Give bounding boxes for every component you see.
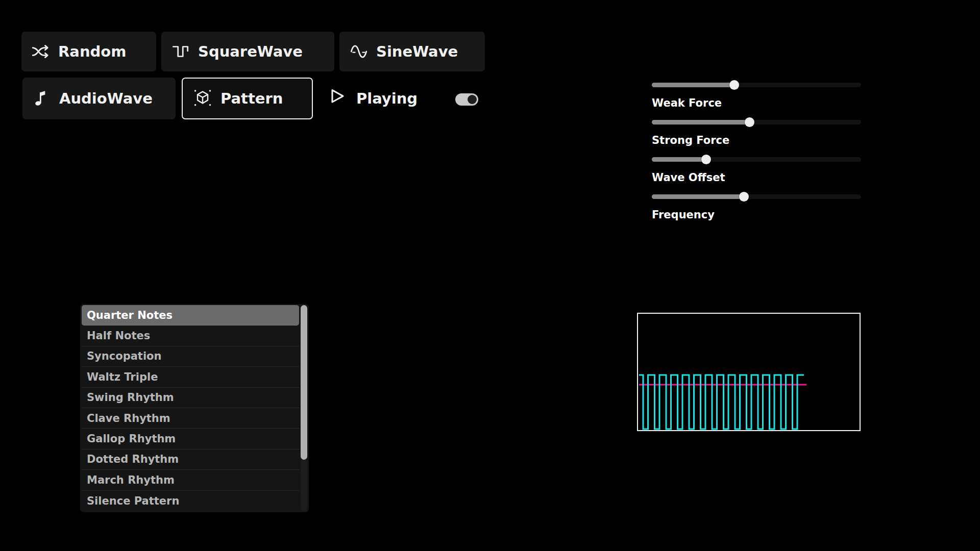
- pattern-list-items: Quarter Notes Half Notes Syncopation Wal…: [82, 305, 299, 511]
- random-button-label: Random: [58, 43, 126, 60]
- random-button[interactable]: Random: [21, 32, 156, 71]
- list-scrollbar-thumb[interactable]: [301, 305, 307, 460]
- shuffle-icon: [31, 42, 51, 61]
- square-wave-plot: [638, 314, 860, 430]
- weak-force-label: Weak Force: [652, 97, 722, 109]
- list-item-dotted-rhythm[interactable]: Dotted Rhythm: [82, 449, 299, 470]
- list-item-waltz-triple[interactable]: Waltz Triple: [82, 367, 299, 387]
- frequency-slider[interactable]: [652, 194, 861, 199]
- audiowave-button-label: AudioWave: [59, 90, 153, 107]
- waveform-display: [637, 313, 861, 431]
- wave-offset-slider-knob[interactable]: [701, 155, 711, 164]
- playing-indicator: Playing: [327, 87, 418, 110]
- playing-toggle[interactable]: [455, 93, 478, 106]
- wave-offset-slider-fill: [652, 157, 706, 162]
- playing-label: Playing: [356, 90, 418, 107]
- app-root: { "toolbar": { "row1": [ {"label": "Rand…: [0, 0, 980, 551]
- weak-force-slider-knob[interactable]: [729, 80, 739, 90]
- sinewave-button[interactable]: SineWave: [339, 32, 485, 71]
- frequency-slider-knob[interactable]: [739, 192, 749, 202]
- pattern-button-label: Pattern: [220, 90, 283, 107]
- pattern-list: Quarter Notes Half Notes Syncopation Wal…: [80, 304, 309, 512]
- list-item-swing-rhythm[interactable]: Swing Rhythm: [82, 388, 299, 408]
- cube-icon: [192, 88, 213, 109]
- squarewave-button[interactable]: SquareWave: [161, 32, 334, 71]
- list-item-gallop-rhythm[interactable]: Gallop Rhythm: [82, 429, 299, 449]
- playing-toggle-knob: [468, 95, 477, 104]
- sine-wave-icon: [349, 42, 369, 61]
- play-icon: [327, 87, 348, 111]
- audiowave-button[interactable]: AudioWave: [22, 78, 176, 119]
- sinewave-button-label: SineWave: [376, 43, 458, 60]
- strong-force-label: Strong Force: [652, 134, 729, 146]
- strong-force-slider[interactable]: [652, 120, 861, 124]
- list-item-half-notes[interactable]: Half Notes: [82, 325, 299, 346]
- weak-force-slider-fill: [652, 83, 734, 87]
- weak-force-slider[interactable]: [652, 83, 861, 87]
- wave-offset-slider[interactable]: [652, 157, 861, 162]
- wave-offset-label: Wave Offset: [652, 171, 725, 184]
- square-wave-icon: [171, 42, 190, 61]
- strong-force-slider-knob[interactable]: [745, 117, 754, 127]
- list-item-syncopation[interactable]: Syncopation: [82, 346, 299, 367]
- squarewave-button-label: SquareWave: [198, 43, 303, 60]
- frequency-label: Frequency: [652, 209, 715, 221]
- frequency-slider-fill: [652, 194, 744, 199]
- list-item-march-rhythm[interactable]: March Rhythm: [82, 470, 299, 490]
- list-item-clave-rhythm[interactable]: Clave Rhythm: [82, 408, 299, 429]
- pattern-button[interactable]: Pattern: [182, 78, 313, 119]
- list-item-quarter-notes[interactable]: Quarter Notes: [82, 305, 299, 325]
- music-note-icon: [32, 89, 52, 108]
- list-scrollbar[interactable]: [301, 305, 307, 511]
- strong-force-slider-fill: [652, 120, 749, 124]
- list-item-silence-pattern[interactable]: Silence Pattern: [82, 491, 299, 511]
